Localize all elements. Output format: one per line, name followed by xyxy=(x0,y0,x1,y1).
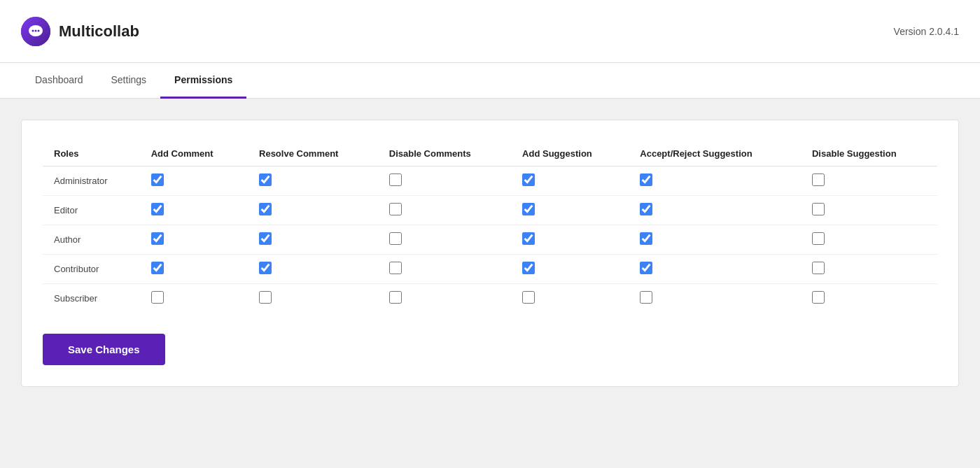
checkbox-accept_reject_suggestion-author[interactable] xyxy=(640,232,652,245)
checkbox-resolve_comment-subscriber[interactable] xyxy=(259,291,272,304)
perm-cell-disable_comments xyxy=(378,166,511,196)
perm-cell-disable_suggestion xyxy=(801,196,937,225)
perm-cell-add_suggestion xyxy=(511,196,629,225)
role-label: Administrator xyxy=(43,166,140,196)
brand-logo-icon xyxy=(21,17,50,46)
perm-cell-add_suggestion xyxy=(511,166,629,196)
tab-dashboard[interactable]: Dashboard xyxy=(21,63,97,99)
checkbox-resolve_comment-editor[interactable] xyxy=(259,203,272,215)
perm-cell-resolve_comment xyxy=(248,284,378,313)
role-label: Author xyxy=(43,225,140,255)
col-header-disable-suggestion: Disable Suggestion xyxy=(801,141,937,166)
tab-permissions[interactable]: Permissions xyxy=(160,63,246,99)
perm-cell-resolve_comment xyxy=(248,255,378,284)
perm-cell-disable_suggestion xyxy=(801,255,937,284)
col-header-roles: Roles xyxy=(43,141,140,166)
table-header-row: Roles Add Comment Resolve Comment Disabl… xyxy=(43,141,937,166)
checkbox-accept_reject_suggestion-subscriber[interactable] xyxy=(640,291,652,304)
col-header-resolve-comment: Resolve Comment xyxy=(248,141,378,166)
perm-cell-add_comment xyxy=(140,255,248,284)
perm-cell-disable_suggestion xyxy=(801,166,937,196)
checkbox-disable_comments-subscriber[interactable] xyxy=(389,291,402,304)
checkbox-add_comment-administrator[interactable] xyxy=(151,173,164,186)
permissions-table: Roles Add Comment Resolve Comment Disabl… xyxy=(43,141,937,313)
perm-cell-disable_comments xyxy=(378,225,511,255)
perm-cell-disable_suggestion xyxy=(801,284,937,313)
perm-cell-add_comment xyxy=(140,225,248,255)
role-label: Editor xyxy=(43,196,140,225)
checkbox-add_comment-contributor[interactable] xyxy=(151,262,164,274)
perm-cell-add_comment xyxy=(140,166,248,196)
perm-cell-resolve_comment xyxy=(248,225,378,255)
col-header-add-suggestion: Add Suggestion xyxy=(511,141,629,166)
perm-cell-add_suggestion xyxy=(511,284,629,313)
perm-cell-add_suggestion xyxy=(511,225,629,255)
brand-name: Multicollab xyxy=(59,22,139,41)
col-header-disable-comments: Disable Comments xyxy=(378,141,511,166)
checkbox-add_suggestion-subscriber[interactable] xyxy=(522,291,535,304)
perm-cell-disable_comments xyxy=(378,284,511,313)
perm-cell-accept_reject_suggestion xyxy=(629,225,801,255)
perm-cell-add_comment xyxy=(140,196,248,225)
save-changes-button[interactable]: Save Changes xyxy=(43,334,165,365)
checkbox-add_suggestion-contributor[interactable] xyxy=(522,262,535,274)
checkbox-disable_comments-editor[interactable] xyxy=(389,203,402,215)
checkbox-add_comment-author[interactable] xyxy=(151,232,164,245)
table-row: Editor xyxy=(43,196,937,225)
checkbox-add_comment-subscriber[interactable] xyxy=(151,291,164,304)
perm-cell-accept_reject_suggestion xyxy=(629,196,801,225)
perm-cell-add_suggestion xyxy=(511,255,629,284)
table-row: Author xyxy=(43,225,937,255)
checkbox-accept_reject_suggestion-editor[interactable] xyxy=(640,203,652,215)
perm-cell-add_comment xyxy=(140,284,248,313)
role-label: Contributor xyxy=(43,255,140,284)
brand: Multicollab xyxy=(21,17,139,46)
checkbox-add_comment-editor[interactable] xyxy=(151,203,164,215)
app-header: Multicollab Version 2.0.4.1 xyxy=(0,0,980,63)
perm-cell-accept_reject_suggestion xyxy=(629,255,801,284)
checkbox-accept_reject_suggestion-contributor[interactable] xyxy=(640,262,652,274)
perm-cell-disable_suggestion xyxy=(801,225,937,255)
checkbox-accept_reject_suggestion-administrator[interactable] xyxy=(640,173,652,186)
col-header-accept-reject-suggestion: Accept/Reject Suggestion xyxy=(629,141,801,166)
checkbox-disable_comments-author[interactable] xyxy=(389,232,402,245)
table-row: Administrator xyxy=(43,166,937,196)
perm-cell-resolve_comment xyxy=(248,166,378,196)
checkbox-disable_suggestion-subscriber[interactable] xyxy=(812,291,825,304)
nav-tabs: Dashboard Settings Permissions xyxy=(0,63,980,99)
svg-point-5 xyxy=(35,29,37,31)
permissions-card: Roles Add Comment Resolve Comment Disabl… xyxy=(21,120,959,387)
checkbox-disable_suggestion-administrator[interactable] xyxy=(812,173,825,186)
main-content: Roles Add Comment Resolve Comment Disabl… xyxy=(0,113,980,408)
checkbox-disable_suggestion-author[interactable] xyxy=(812,232,825,245)
perm-cell-disable_comments xyxy=(378,255,511,284)
checkbox-add_suggestion-administrator[interactable] xyxy=(522,173,535,186)
checkbox-resolve_comment-contributor[interactable] xyxy=(259,262,272,274)
checkbox-disable_suggestion-editor[interactable] xyxy=(812,203,825,215)
perm-cell-resolve_comment xyxy=(248,196,378,225)
tab-settings[interactable]: Settings xyxy=(97,63,161,99)
svg-point-6 xyxy=(38,29,40,31)
role-label: Subscriber xyxy=(43,284,140,313)
checkbox-disable_comments-administrator[interactable] xyxy=(389,173,402,186)
table-row: Subscriber xyxy=(43,284,937,313)
checkbox-resolve_comment-administrator[interactable] xyxy=(259,173,272,186)
checkbox-disable_suggestion-contributor[interactable] xyxy=(812,262,825,274)
checkbox-add_suggestion-author[interactable] xyxy=(522,232,535,245)
version-label: Version 2.0.4.1 xyxy=(894,26,959,37)
checkbox-add_suggestion-editor[interactable] xyxy=(522,203,535,215)
checkbox-disable_comments-contributor[interactable] xyxy=(389,262,402,274)
checkbox-resolve_comment-author[interactable] xyxy=(259,232,272,245)
svg-point-4 xyxy=(32,29,34,31)
table-row: Contributor xyxy=(43,255,937,284)
perm-cell-accept_reject_suggestion xyxy=(629,284,801,313)
perm-cell-accept_reject_suggestion xyxy=(629,166,801,196)
perm-cell-disable_comments xyxy=(378,196,511,225)
col-header-add-comment: Add Comment xyxy=(140,141,248,166)
